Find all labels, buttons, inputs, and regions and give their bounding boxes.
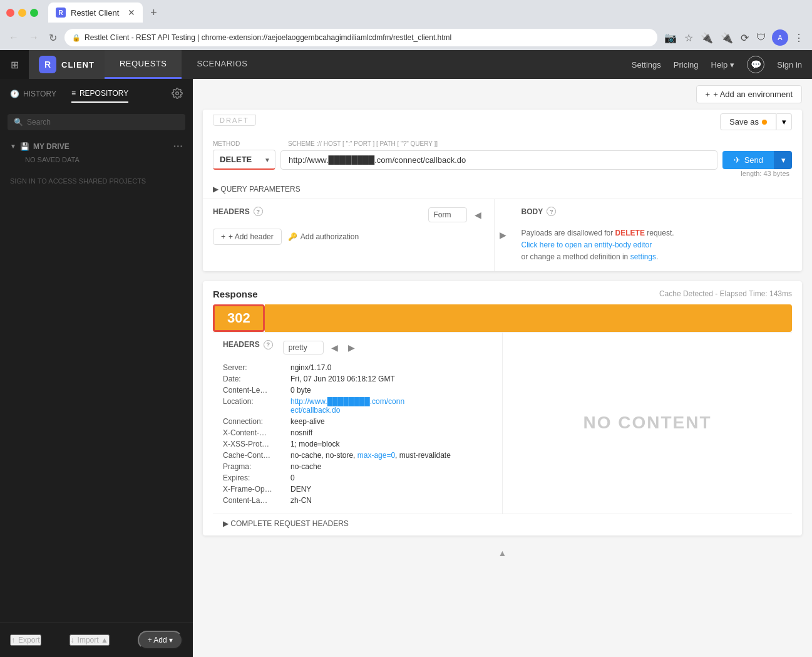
sidebar-bottom: ↑ Export ↓ Import ▲ + Add ▾ bbox=[0, 623, 193, 657]
key-icon: 🔑 bbox=[288, 232, 297, 241]
minimize-window-button[interactable] bbox=[18, 9, 26, 17]
sidebar: 🕐 HISTORY ≡ REPOSITORY 🔍 Search bbox=[0, 79, 193, 657]
body-help-icon[interactable]: ? bbox=[547, 207, 556, 216]
save-as-button[interactable]: Save as bbox=[720, 113, 776, 130]
add-button[interactable]: + Add ▾ bbox=[138, 631, 183, 649]
scroll-up-icon[interactable]: ▲ bbox=[498, 548, 507, 558]
sidebar-history-tab[interactable]: 🕐 HISTORY bbox=[10, 86, 56, 102]
method-select[interactable]: DELETE GET POST PUT PATCH bbox=[213, 150, 275, 170]
back-button[interactable]: ← bbox=[6, 29, 21, 46]
pricing-link[interactable]: Pricing bbox=[674, 60, 699, 70]
sidebar-settings-icon[interactable] bbox=[172, 88, 183, 101]
response-title: Response bbox=[213, 289, 258, 299]
location-link[interactable]: http://www.████████.com/connect/callback… bbox=[290, 397, 404, 415]
forward-button[interactable]: → bbox=[26, 29, 41, 46]
tab-title: Restlet Client bbox=[71, 8, 119, 18]
body-expand-button[interactable]: ▶ bbox=[497, 227, 509, 242]
method-select-wrapper: DELETE GET POST PUT PATCH ▼ bbox=[213, 150, 275, 170]
nav-tab-scenarios[interactable]: SCENARIOS bbox=[182, 50, 262, 79]
signin-link[interactable]: Sign in bbox=[777, 60, 802, 70]
settings-link[interactable]: Settings bbox=[632, 60, 661, 70]
reload-button[interactable]: ↻ bbox=[46, 29, 59, 46]
save-as-group: Save as ▾ bbox=[720, 113, 792, 130]
form-select[interactable]: Form Raw bbox=[428, 207, 467, 222]
address-bar[interactable]: 🔒 Restlet Client - REST API Testing | ch… bbox=[64, 29, 657, 46]
chat-icon[interactable]: 💬 bbox=[747, 56, 764, 73]
headers-prev-button[interactable]: ◀ bbox=[472, 207, 484, 222]
sidebar-tabs: 🕐 HISTORY ≡ REPOSITORY bbox=[0, 79, 193, 109]
sidebar-repository-tab[interactable]: ≡ REPOSITORY bbox=[71, 85, 128, 103]
environment-bar: + + Add an environment bbox=[193, 79, 812, 110]
search-icon: 🔍 bbox=[14, 118, 23, 127]
send-chevron-icon: ▾ bbox=[781, 155, 786, 165]
svg-point-0 bbox=[176, 91, 179, 95]
brand-icon: R bbox=[39, 56, 56, 73]
export-button[interactable]: ↑ Export bbox=[10, 634, 41, 646]
add-environment-button[interactable]: + + Add an environment bbox=[696, 85, 802, 103]
pretty-select[interactable]: pretty raw bbox=[283, 341, 324, 354]
import-label: Import ▲ bbox=[78, 636, 108, 644]
send-icon: ✈ bbox=[734, 155, 741, 165]
shared-projects-text: SIGN IN TO ACCESS SHARED PROJECTS bbox=[0, 172, 193, 190]
bookmark-button[interactable]: ☆ bbox=[682, 30, 695, 46]
export-icon: ↑ bbox=[11, 636, 15, 644]
search-input-wrapper[interactable]: 🔍 Search bbox=[8, 114, 185, 130]
nav-tab-requests[interactable]: REQUESTS bbox=[105, 50, 182, 79]
response-body-section: NO CONTENT bbox=[503, 333, 792, 514]
add-authorization-button[interactable]: 🔑 Add authorization bbox=[288, 229, 359, 245]
user-avatar[interactable]: A bbox=[772, 29, 788, 46]
response-headers-section: HEADERS ? pretty raw ◀ ▶ bbox=[213, 333, 503, 514]
header-row-date: Date: Fri, 07 Jun 2019 06:18:12 GMT bbox=[223, 373, 492, 385]
headers-actions: + + Add header 🔑 Add authorization bbox=[213, 229, 484, 245]
close-window-button[interactable] bbox=[6, 9, 14, 17]
cast-button[interactable]: 📷 bbox=[662, 30, 679, 46]
new-tab-button[interactable]: + bbox=[150, 6, 157, 19]
url-length: length: 43 bytes bbox=[213, 170, 792, 177]
send-button-group: ✈ Send ▾ bbox=[722, 151, 792, 169]
send-button[interactable]: ✈ Send bbox=[722, 151, 774, 169]
body-title: BODY ? bbox=[522, 207, 557, 216]
headers-help-icon[interactable]: ? bbox=[254, 207, 263, 216]
query-params-section: ▶ QUERY PARAMETERS bbox=[203, 182, 802, 199]
entity-body-editor-link[interactable]: Click here to open an entity-body editor bbox=[522, 241, 652, 249]
maximize-window-button[interactable] bbox=[30, 9, 38, 17]
chevron-down-icon: ▾ bbox=[782, 117, 786, 127]
complete-headers-toggle[interactable]: ▶ COMPLETE REQUEST HEADERS bbox=[223, 519, 782, 528]
history-tab-label: HISTORY bbox=[23, 90, 56, 98]
send-dropdown-button[interactable]: ▾ bbox=[774, 151, 792, 169]
status-bar: 302 bbox=[213, 304, 792, 332]
brand-label: CLIENT bbox=[61, 60, 95, 70]
app-logo-area: ⊞ bbox=[0, 50, 29, 79]
query-params-toggle[interactable]: ▶ QUERY PARAMETERS bbox=[213, 185, 792, 194]
my-drive-header[interactable]: ▼ 💾 MY DRIVE ⋯ bbox=[10, 140, 183, 152]
my-drive-label: MY DRIVE bbox=[33, 142, 69, 151]
section-expand-arrow[interactable]: ▶ bbox=[495, 199, 511, 271]
tab-close-button[interactable]: ✕ bbox=[128, 8, 135, 18]
no-saved-data-text: NO SAVED DATA bbox=[10, 152, 183, 167]
plus-icon: + bbox=[706, 90, 711, 99]
header-row-content-lang: Content-La… zh-CN bbox=[223, 495, 492, 506]
resp-body-expand-button[interactable]: ▶ bbox=[346, 340, 357, 355]
resp-headers-prev-button[interactable]: ◀ bbox=[329, 340, 341, 355]
url-field-label: SCHEME :// HOST [ ":" PORT ] [ PATH [ "?… bbox=[288, 140, 792, 147]
export-label: Export bbox=[18, 636, 40, 644]
save-as-dropdown-button[interactable]: ▾ bbox=[776, 113, 792, 130]
add-header-button[interactable]: + + Add header bbox=[213, 229, 282, 245]
menu-button[interactable]: ⋮ bbox=[792, 30, 806, 46]
body-label: BODY bbox=[522, 207, 543, 216]
ext1-button[interactable]: 🔌 bbox=[699, 30, 715, 46]
top-nav: ⊞ R CLIENT REQUESTS SCENARIOS Settings P… bbox=[0, 50, 812, 79]
header-row-x-frame: X-Frame-Op… DENY bbox=[223, 484, 492, 495]
help-label: Help bbox=[711, 60, 728, 70]
ext2-button[interactable]: 🔌 bbox=[719, 30, 735, 46]
settings-link[interactable]: settings bbox=[630, 252, 656, 261]
url-input[interactable] bbox=[280, 150, 717, 170]
my-drive-more-icon[interactable]: ⋯ bbox=[173, 140, 183, 152]
max-age-link[interactable]: max-age=0 bbox=[357, 451, 395, 460]
help-link[interactable]: Help ▾ bbox=[711, 60, 735, 70]
resp-headers-help-icon[interactable]: ? bbox=[264, 340, 273, 349]
import-button[interactable]: ↓ Import ▲ bbox=[69, 634, 110, 646]
browser-tab[interactable]: R Restlet Client ✕ bbox=[48, 3, 143, 23]
ext3-button[interactable]: ⟳ bbox=[739, 30, 751, 46]
ext4-button[interactable]: 🛡 bbox=[754, 30, 768, 45]
